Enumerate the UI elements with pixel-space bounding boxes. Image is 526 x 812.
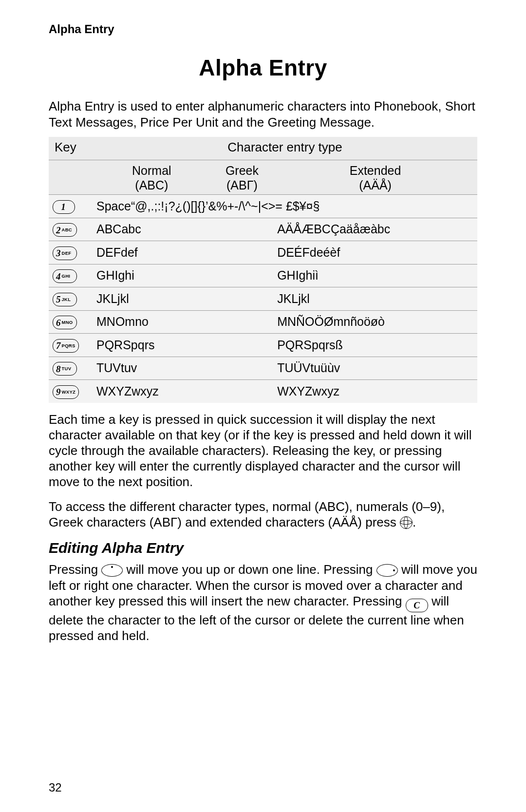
globe-icon xyxy=(400,516,413,529)
paragraph-3: Pressing will move you up or down one li… xyxy=(49,562,477,643)
nav-up-down-icon xyxy=(101,564,123,577)
nav-left-right-icon xyxy=(376,564,398,577)
cell-greek xyxy=(211,218,273,241)
editing-heading: Editing Alpha Entry xyxy=(49,539,477,557)
col-key: Key xyxy=(49,137,93,160)
intro-paragraph: Alpha Entry is used to enter alphanumeri… xyxy=(49,98,477,130)
cell-normal: ABCabc xyxy=(93,218,211,241)
table-row: 5 JKL JKLjkl JKLjkl xyxy=(49,287,477,311)
table-row: 4 GHI GHIghi GHIghiì xyxy=(49,264,477,287)
page-number: 32 xyxy=(49,781,62,794)
keycap-9-icon: 9 WXYZ xyxy=(53,385,79,399)
keycap-1-icon: 1 xyxy=(53,200,75,214)
table-row: 6 MNO MNOmno MNÑOÖØmnñoöøò xyxy=(49,310,477,334)
table-row: 2 ABC ABCabc AÄÅÆBCÇaäåæàbc xyxy=(49,218,477,241)
col-spacer xyxy=(49,160,93,195)
page-title: Alpha Entry xyxy=(49,55,477,81)
table-row: 3 DEF DEFdef DEÉFdeéèf xyxy=(49,241,477,264)
paragraph-2: To access the different character types,… xyxy=(49,499,477,530)
keycap-8-icon: 8 TUV xyxy=(53,362,77,376)
running-head: Alpha Entry xyxy=(49,22,477,36)
character-table: Key Character entry type Normal (ABC) Gr… xyxy=(49,137,477,403)
row-chars: Space“@,.;:!¡?¿()[]{}’&%+-/\^~|<>= £$¥¤§ xyxy=(93,195,477,218)
col-greek: Greek (ΑΒΓ) xyxy=(211,160,273,195)
col-extended: Extended (AÄÅ) xyxy=(273,160,477,195)
c-key-icon: C xyxy=(406,599,428,612)
table-row: 9 WXYZ WXYZwxyz WXYZwxyz xyxy=(49,380,477,403)
keycap-3-icon: 3 DEF xyxy=(53,246,77,260)
keycap-4-icon: 4 GHI xyxy=(53,269,77,283)
paragraph-1: Each time a key is pressed in quick succ… xyxy=(49,412,477,490)
table-row: 1 Space“@,.;:!¡?¿()[]{}’&%+-/\^~|<>= £$¥… xyxy=(49,195,477,218)
cell-extended: AÄÅÆBCÇaäåæàbc xyxy=(273,218,477,241)
keycap-2-icon: 2 ABC xyxy=(53,223,77,237)
keycap-7-icon: 7 PQRS xyxy=(53,339,79,353)
table-row: 7 PQRS PQRSpqrs PQRSpqrsß xyxy=(49,334,477,357)
keycap-5-icon: 5 JKL xyxy=(53,293,77,306)
table-row: 8 TUV TUVtuv TUÜVtuüùv xyxy=(49,357,477,380)
col-type: Character entry type xyxy=(93,137,477,160)
keycap-6-icon: 6 MNO xyxy=(53,316,77,329)
col-normal: Normal (ABC) xyxy=(93,160,211,195)
